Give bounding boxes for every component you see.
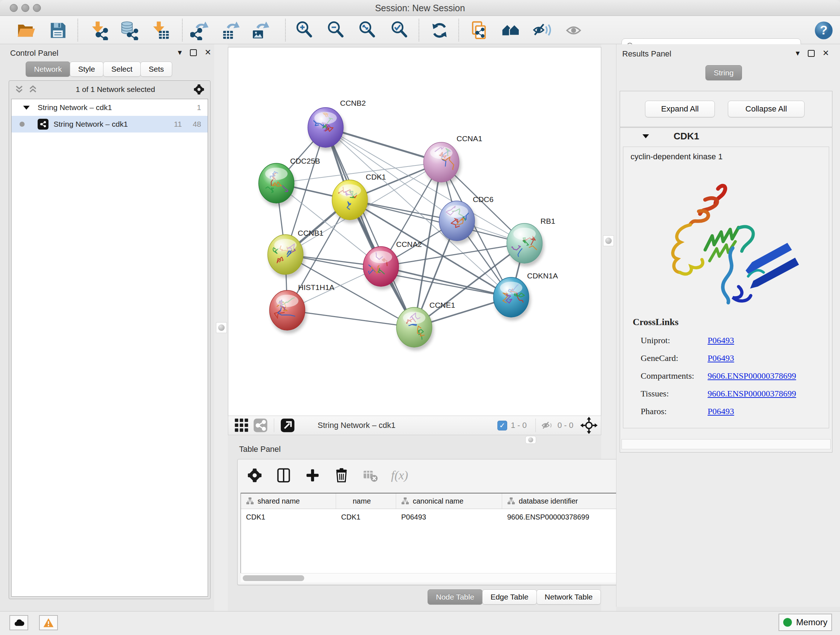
crosslink-link[interactable]: 9606.ENSP00000378699 [707,389,796,399]
zoom-selected-icon[interactable] [389,20,410,41]
tab-style[interactable]: Style [70,62,103,77]
cloud-icon [13,617,25,629]
selected-checkbox-icon[interactable]: ✓ [497,421,507,431]
network-row-selected[interactable]: String Network – cdk1 11 48 [11,116,208,133]
panel-close-icon[interactable]: ✕ [823,49,829,57]
crosslink-label: Pharos: [641,407,707,416]
results-horizontal-scrollbar[interactable] [622,439,831,449]
collapse-triangle-icon[interactable] [643,134,649,138]
networks-overview-icon[interactable] [500,20,521,41]
toolbar-separator [77,19,78,41]
detail-view-icon[interactable] [252,417,269,434]
left-splitter[interactable] [214,44,228,611]
node-HIST1H1A[interactable]: HIST1H1A [270,283,334,333]
node-CDK1[interactable]: CDK1 [332,173,386,223]
import-network-database-icon[interactable] [118,20,139,41]
table-settings-icon[interactable] [246,467,263,484]
edge-CCNA2-CDKN1A[interactable] [381,266,511,297]
export-image-icon[interactable] [250,20,271,41]
show-graphics-details-icon[interactable] [564,20,585,41]
tab-network[interactable]: Network [26,62,70,77]
collapse-triangle-icon[interactable] [23,106,30,110]
crosslink-link[interactable]: P06493 [707,336,734,345]
gear-icon[interactable] [193,83,205,96]
columns-icon[interactable] [275,467,292,484]
splitter-knob[interactable] [216,322,227,333]
panel-float-icon[interactable] [808,50,815,57]
node-label-CCNA1: CCNA1 [456,134,482,143]
node-CDC6[interactable]: CDC6 [439,195,493,244]
collapse-all-icon[interactable] [28,84,38,95]
node-CDKN1A[interactable]: CDKN1A [493,272,558,320]
tab-select[interactable]: Select [103,62,141,77]
expand-all-icon[interactable] [14,84,24,95]
warning-icon [43,617,54,629]
hidden-eye-icon[interactable] [541,420,554,431]
crosslink-label: GeneCard: [641,353,707,363]
node-CCNA1[interactable]: CCNA1 [424,134,482,185]
expand-all-button[interactable]: Expand All [645,101,715,117]
column-header-database identifier[interactable]: database identifier [502,494,621,509]
tab-edge-table[interactable]: Edge Table [482,589,537,605]
column-header-name[interactable]: name [336,494,396,509]
navigator-icon[interactable] [580,416,598,434]
import-network-icon[interactable] [88,20,109,41]
panel-close-icon[interactable]: ✕ [205,49,211,57]
node-CDC25B[interactable]: CDC25B [259,157,320,206]
panel-float-icon[interactable] [190,49,197,56]
memory-button[interactable]: Memory [778,614,832,631]
node-CCNB1[interactable]: CCNB1 [268,229,324,278]
network-canvas[interactable]: CCNB2CCNA1CDC25BCDK1CDC6RB1CCNB1CCNA2CDK… [228,47,601,416]
zoom-fit-icon[interactable] [357,20,378,41]
column-header-canonical name[interactable]: canonical name [396,494,502,509]
edge-CCNB2-CCNE1[interactable] [325,127,414,327]
table-cell: P06493 [396,509,502,525]
network-collection-row[interactable]: String Network – cdk1 1 [11,99,208,116]
help-icon[interactable]: ? [813,20,834,41]
hidden-counts: 0 - 0 [557,421,573,430]
result-entry-header[interactable]: CDK1 [620,128,832,144]
panel-menu-icon[interactable]: ▾ [796,49,800,57]
results-panel: Results Panel ▾ ✕ String Expand All Coll… [616,44,840,607]
node-RB1[interactable]: RB1 [504,217,555,266]
export-network-icon[interactable] [189,20,210,41]
memory-status-dot [783,618,792,627]
splitter-knob[interactable] [603,235,614,246]
duplicate-network-icon[interactable] [469,20,490,41]
external-window-icon[interactable] [279,417,296,434]
export-table-icon[interactable] [221,20,242,41]
results-controls-box: Expand All Collapse All [620,91,832,127]
crosslink-link[interactable]: P06493 [707,407,734,416]
refresh-icon[interactable] [429,20,450,41]
table-cell: CDK1 [241,509,336,525]
grid-view-icon[interactable] [233,417,250,434]
scrollbar-thumb[interactable] [243,575,304,581]
panel-menu-icon[interactable]: ▾ [178,49,182,57]
save-session-icon[interactable] [47,20,68,41]
crosslink-row: GeneCard:P06493 [641,353,829,363]
crosslink-link[interactable]: 9606.ENSP00000378699 [707,371,796,381]
open-session-icon[interactable] [16,20,36,41]
node-label-RB1: RB1 [540,217,555,225]
warning-button[interactable] [39,615,58,630]
node-label-CCNA2: CCNA2 [396,240,422,249]
add-column-icon[interactable] [304,467,321,484]
column-header-shared name[interactable]: shared name [241,494,336,509]
hide-graphics-details-icon[interactable] [532,20,553,41]
node-label-CDKN1A: CDKN1A [527,272,558,280]
edge-CDK1-RB1[interactable] [350,200,524,243]
import-table-icon[interactable] [149,20,171,41]
zoom-in-icon[interactable] [294,20,315,41]
zoom-out-icon[interactable] [325,20,347,41]
crosslink-row: Uniprot:P06493 [641,336,829,345]
crosslink-link[interactable]: P06493 [707,353,734,363]
node-CCNB2[interactable]: CCNB2 [308,99,366,150]
delete-column-icon[interactable] [333,467,350,484]
collapse-all-button[interactable]: Collapse All [728,101,805,117]
tab-network-table[interactable]: Network Table [537,589,601,605]
tab-node-table[interactable]: Node Table [428,589,483,605]
cloud-button[interactable] [9,615,28,630]
tab-string[interactable]: String [706,65,742,80]
tab-sets[interactable]: Sets [141,62,172,77]
svg-text:?: ? [820,23,828,37]
